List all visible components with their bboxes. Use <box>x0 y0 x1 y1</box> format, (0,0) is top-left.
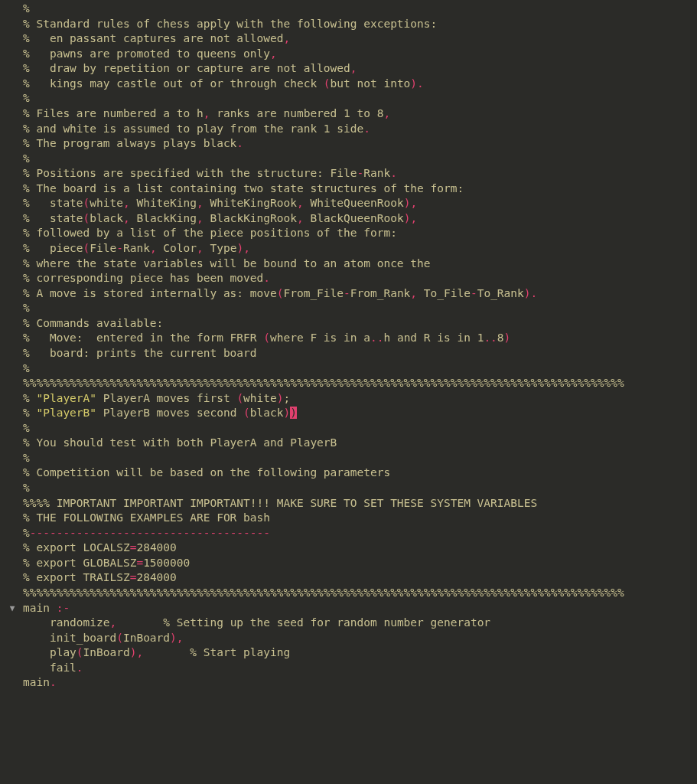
code-line[interactable]: % export LOCALSZ=284000 <box>0 541 697 556</box>
code-line[interactable]: % draw by repetition or capture are not … <box>0 61 697 77</box>
code-line[interactable]: fail. <box>0 661 697 676</box>
code-line[interactable]: %%%%%%%%%%%%%%%%%%%%%%%%%%%%%%%%%%%%%%%%… <box>0 586 697 601</box>
code-token: , <box>297 212 304 224</box>
code-token: % <box>23 452 30 464</box>
code-token: ( <box>83 212 90 224</box>
code-line[interactable]: % You should test with both PlayerA and … <box>0 436 697 451</box>
code-line[interactable]: %%%%%%%%%%%%%%%%%%%%%%%%%%%%%%%%%%%%%%%%… <box>0 376 697 391</box>
code-token: , <box>383 107 390 119</box>
code-token: BlackKing <box>130 212 197 224</box>
code-token: WhiteKing <box>130 197 197 209</box>
code-line[interactable]: % "PlayerB" PlayerB moves second (black)… <box>0 406 697 421</box>
code-token: ) <box>284 407 291 419</box>
code-line[interactable]: % export GLOBALSZ=1500000 <box>0 556 697 571</box>
code-token: , <box>297 197 304 209</box>
code-token: .. <box>484 332 497 344</box>
code-token: % state <box>23 197 83 209</box>
code-line[interactable]: % A move is stored internally as: move(F… <box>0 286 697 302</box>
code-token: %%%% IMPORTANT IMPORTANT IMPORTANT!!! MA… <box>23 497 537 509</box>
code-line[interactable]: % and white is assumed to play from the … <box>0 122 697 137</box>
code-token: , <box>270 47 277 60</box>
code-line[interactable]: % followed by a list of the piece positi… <box>0 226 697 241</box>
code-line[interactable]: % where the state variables will be boun… <box>0 256 697 272</box>
code-token: WhiteKingRook <box>204 197 297 209</box>
code-token: , <box>123 212 130 224</box>
code-token: % A move is stored internally as: move <box>23 287 277 299</box>
code-line[interactable]: % pawns are promoted to queens only, <box>0 47 697 62</box>
code-token: init_board <box>23 632 116 644</box>
code-token: main <box>23 602 57 614</box>
code-line[interactable]: % state(white, WhiteKing, WhiteKingRook,… <box>0 196 697 211</box>
code-token: InBoard <box>123 632 170 644</box>
code-token: white <box>90 197 123 209</box>
code-line[interactable]: % state(black, BlackKing, BlackKingRook,… <box>0 211 697 227</box>
code-token: % followed by a list of the piece positi… <box>23 227 397 239</box>
code-line[interactable]: % <box>0 421 697 436</box>
code-line[interactable]: % board: prints the current board <box>0 346 697 361</box>
code-line[interactable]: init_board(InBoard), <box>0 631 697 646</box>
code-token: ) <box>524 287 531 299</box>
code-line[interactable]: % corresponding piece has been moved. <box>0 271 697 286</box>
code-token: where F is in a <box>270 332 370 344</box>
code-line[interactable]: % THE FOLLOWING EXAMPLES ARE FOR bash <box>0 511 697 526</box>
code-token: % Start playing <box>143 646 290 658</box>
code-token: ) <box>236 242 243 254</box>
code-token: ( <box>236 392 243 404</box>
code-token: = <box>136 557 143 569</box>
code-line[interactable]: % <box>0 451 697 466</box>
code-line[interactable]: % Files are numbered a to h, ranks are n… <box>0 106 697 122</box>
code-token: . <box>363 122 370 135</box>
code-token: . <box>390 167 397 179</box>
code-token: ( <box>77 646 83 658</box>
code-line[interactable]: % <box>0 361 697 377</box>
code-line[interactable]: % <box>0 301 697 316</box>
code-token: . <box>77 662 83 674</box>
code-line[interactable]: ▼main :- <box>0 601 697 616</box>
code-token: % Standard rules of chess apply with the… <box>23 18 437 30</box>
code-token: BlackQueenRook <box>304 212 404 224</box>
code-token: File <box>90 242 116 254</box>
code-line[interactable]: % Competition will be based on the follo… <box>0 466 697 481</box>
fold-toggle-icon[interactable]: ▼ <box>10 603 15 615</box>
code-line[interactable]: play(InBoard), % Start playing <box>0 645 697 661</box>
code-line[interactable]: % Standard rules of chess apply with the… <box>0 17 697 32</box>
code-line[interactable]: % The program always plays black. <box>0 136 697 152</box>
code-line[interactable]: randomize, % Setting up the seed for ran… <box>0 616 697 631</box>
code-token: , <box>197 197 204 209</box>
code-token: % <box>23 392 36 404</box>
code-token: ) <box>504 332 511 344</box>
code-token: ; <box>284 392 291 404</box>
code-token: white <box>243 392 277 404</box>
code-line[interactable]: % <box>0 152 697 167</box>
code-token: . <box>417 77 424 90</box>
code-token: , <box>197 212 204 224</box>
code-token: % The board is a list containing two sta… <box>23 182 464 194</box>
code-line[interactable]: % en passant captures are not allowed, <box>0 31 697 47</box>
code-line[interactable]: % <box>0 481 697 496</box>
code-line[interactable]: % Move: entered in the form FRFR (where … <box>0 331 697 346</box>
code-token: - <box>357 167 364 179</box>
code-token: main <box>23 676 50 688</box>
code-token: , <box>410 287 417 299</box>
code-token: ( <box>263 332 270 344</box>
code-line[interactable]: main. <box>0 675 697 691</box>
code-editor[interactable]: %% Standard rules of chess apply with th… <box>0 0 697 697</box>
code-token: . <box>50 676 57 688</box>
code-line[interactable]: % Positions are specified with the struc… <box>0 166 697 181</box>
code-line[interactable]: % <box>0 2 697 17</box>
code-line[interactable]: % "PlayerA" PlayerA moves first (white); <box>0 391 697 407</box>
code-line[interactable]: % The board is a list containing two sta… <box>0 181 697 197</box>
code-line[interactable]: % Commands available: <box>0 316 697 332</box>
code-line[interactable]: % <box>0 91 697 106</box>
code-line[interactable]: % kings may castle out of or through che… <box>0 77 697 92</box>
code-line[interactable]: % export TRAILSZ=284000 <box>0 570 697 586</box>
code-token: .. <box>370 332 383 344</box>
code-token: % Positions are specified with the struc… <box>23 167 357 179</box>
code-line[interactable]: % piece(File-Rank, Color, Type), <box>0 241 697 256</box>
code-token: % en passant captures are not allowed <box>23 32 283 44</box>
code-line[interactable]: %------------------------------------ <box>0 526 697 541</box>
code-line[interactable]: %%%% IMPORTANT IMPORTANT IMPORTANT!!! MA… <box>0 496 697 511</box>
code-token: % <box>23 152 30 165</box>
code-token: % <box>23 362 30 374</box>
code-token: randomize <box>23 616 110 629</box>
